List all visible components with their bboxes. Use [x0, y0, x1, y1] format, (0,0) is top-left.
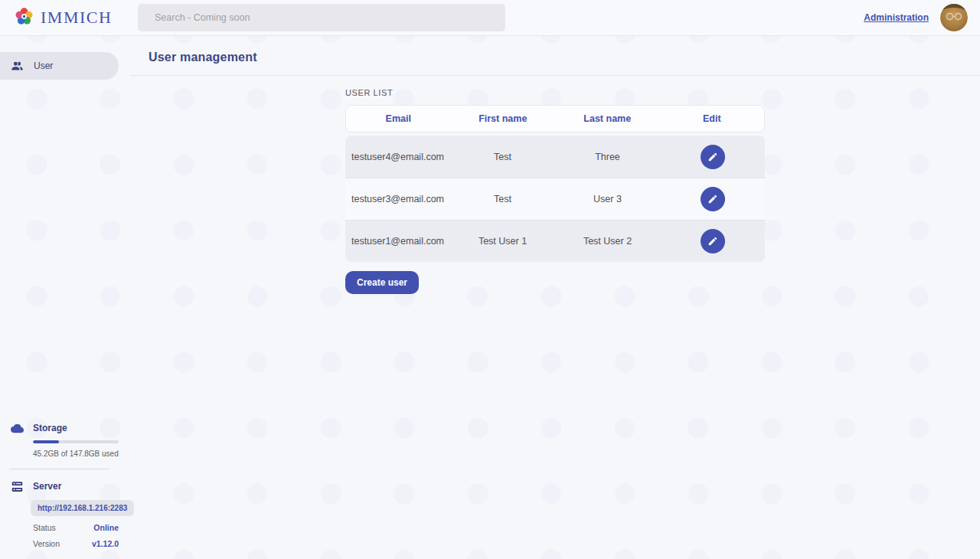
- sidebar-footer: Storage 45.2GB of 147.8GB used: [0, 422, 119, 559]
- pencil-icon: [707, 236, 718, 247]
- table-row: testuser4@email.com Test Three: [345, 136, 765, 178]
- immich-admin-app: IMMICH Administration: [0, 0, 980, 559]
- storage-progress-fill: [33, 440, 59, 443]
- admin-sidebar: User Storage 45.2GB of 147.8GB used: [0, 36, 119, 559]
- cell-email: testuser1@email.com: [345, 236, 450, 247]
- pencil-icon: [707, 194, 718, 204]
- main-content: User management USER LIST Email First na…: [130, 36, 980, 559]
- cell-last-name: Test User 2: [555, 236, 660, 247]
- column-header-last-name: Last name: [555, 113, 660, 124]
- edit-user-button[interactable]: [701, 145, 725, 169]
- server-url-badge: http://192.168.1.216:2283: [31, 500, 134, 516]
- page-body: User Storage 45.2GB of 147.8GB used: [0, 36, 980, 559]
- sidebar-item-label: User: [34, 60, 53, 71]
- table-row: testuser3@email.com Test User 3: [345, 178, 765, 220]
- users-icon: [11, 60, 24, 73]
- user-list-label: USER LIST: [345, 88, 765, 97]
- top-bar: IMMICH Administration: [0, 0, 980, 36]
- server-title: Server: [33, 480, 119, 493]
- page-title: User management: [130, 36, 980, 75]
- cell-edit: [660, 187, 765, 211]
- search-input[interactable]: [138, 4, 505, 31]
- status-value: Online: [93, 523, 119, 532]
- cell-last-name: User 3: [555, 194, 660, 204]
- user-table-body: testuser4@email.com Test Three t: [345, 136, 765, 262]
- cell-email: testuser4@email.com: [345, 152, 450, 162]
- pencil-icon: [707, 152, 718, 162]
- cell-last-name: Three: [555, 152, 660, 162]
- storage-title: Storage: [33, 422, 119, 435]
- cell-email: testuser3@email.com: [345, 194, 450, 204]
- cell-first-name: Test User 1: [450, 236, 555, 247]
- brand-title: IMMICH: [41, 8, 112, 28]
- immich-flower-icon: [14, 6, 34, 30]
- edit-user-button[interactable]: [701, 229, 725, 253]
- cloud-icon: [11, 422, 24, 435]
- cell-edit: [660, 229, 765, 253]
- top-bar-right: Administration: [864, 4, 968, 31]
- storage-section: Storage 45.2GB of 147.8GB used: [0, 422, 119, 458]
- administration-link[interactable]: Administration: [864, 12, 929, 23]
- immich-logo[interactable]: IMMICH: [14, 6, 112, 30]
- version-value: v1.12.0: [92, 539, 119, 548]
- server-version-row: Version v1.12.0: [33, 539, 119, 548]
- cell-edit: [660, 145, 765, 169]
- status-label: Status: [33, 523, 56, 532]
- table-row: testuser1@email.com Test User 1 Test Use…: [345, 220, 765, 262]
- column-header-email: Email: [346, 113, 451, 124]
- version-label: Version: [33, 539, 60, 548]
- cell-first-name: Test: [450, 194, 555, 204]
- server-status-row: Status Online: [33, 523, 119, 532]
- user-list-panel: USER LIST Email First name Last name Edi…: [345, 88, 765, 294]
- user-table-header: Email First name Last name Edit: [345, 105, 765, 132]
- server-section: Server http://192.168.1.216:2283 Status …: [0, 480, 119, 548]
- cell-first-name: Test: [450, 152, 555, 162]
- column-header-first-name: First name: [451, 113, 556, 124]
- server-icon: [11, 480, 24, 493]
- edit-user-button[interactable]: [701, 187, 725, 211]
- user-avatar[interactable]: [940, 4, 968, 31]
- sidebar-spacer: [0, 80, 119, 422]
- storage-usage-text: 45.2GB of 147.8GB used: [33, 449, 119, 458]
- sidebar-item-user[interactable]: User: [0, 52, 119, 80]
- storage-progress-bar: [33, 440, 119, 443]
- column-header-edit: Edit: [660, 113, 765, 124]
- title-divider: [130, 75, 980, 76]
- create-user-button[interactable]: Create user: [345, 271, 419, 294]
- sidebar-divider: [9, 469, 109, 469]
